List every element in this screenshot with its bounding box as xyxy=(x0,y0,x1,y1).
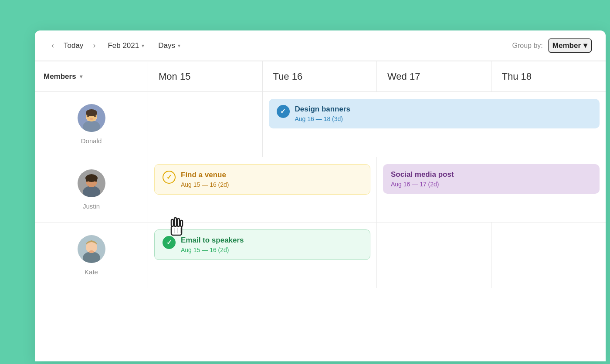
members-column-header[interactable]: Members ▾ xyxy=(35,61,148,92)
member-name-donald: Donald xyxy=(81,137,102,145)
svg-rect-13 xyxy=(86,180,88,182)
group-by-value-label: Member xyxy=(552,41,581,50)
svg-rect-6 xyxy=(87,115,89,117)
justin-wed17-thu18-cell: Social media post Aug 16 — 17 (2d) xyxy=(377,157,606,222)
donald-tue16-thu18-cell: ✓ Design banners Aug 16 — 18 (3d) xyxy=(263,92,606,157)
task-find-venue-title: Find a venue xyxy=(181,171,229,179)
group-by-dropdown[interactable]: Member ▾ xyxy=(548,38,592,53)
task-find-venue-date: Aug 15 — 16 (2d) xyxy=(181,181,229,188)
nav-controls: ‹ Today › xyxy=(49,39,98,52)
calendar-grid: Members ▾ Mon 15 Tue 16 Wed 17 Thu 18 xyxy=(35,61,606,288)
task-email-speakers-title: Email to speakers xyxy=(181,236,244,245)
member-name-justin: Justin xyxy=(83,202,100,210)
svg-point-5 xyxy=(86,109,97,116)
member-name-kate: Kate xyxy=(85,268,98,276)
task-find-venue[interactable]: ✓ Find a venue Aug 15 — 16 (2d) xyxy=(154,164,370,195)
kate-wed17-cell xyxy=(377,222,491,288)
task-email-speakers-date: Aug 15 — 16 (2d) xyxy=(181,246,244,253)
task-social-media-title: Social media post xyxy=(391,170,592,179)
month-label: Feb 2021 xyxy=(108,41,139,50)
justin-mon15-tue16-cell: ✓ Find a venue Aug 15 — 16 (2d) xyxy=(148,157,377,222)
kate-thu18-cell xyxy=(491,222,606,288)
svg-point-8 xyxy=(90,118,93,120)
prev-button[interactable]: ‹ xyxy=(49,39,57,52)
days-dropdown[interactable]: Days ▾ xyxy=(154,40,185,52)
task-design-banners[interactable]: ✓ Design banners Aug 16 — 18 (3d) xyxy=(269,99,600,128)
day-header-thu18: Thu 18 xyxy=(491,61,606,92)
calendar-container: ‹ Today › Feb 2021 ▾ Days ▾ Group by: Me… xyxy=(35,30,606,361)
task-social-media-post[interactable]: Social media post Aug 16 — 17 (2d) xyxy=(383,164,600,194)
day-header-tue16: Tue 16 xyxy=(263,61,377,92)
today-button[interactable]: Today xyxy=(60,40,87,52)
days-label: Days xyxy=(158,41,175,50)
days-dropdown-arrow: ▾ xyxy=(178,43,180,49)
task-email-speakers-content: Email to speakers Aug 15 — 16 (2d) xyxy=(181,236,244,253)
avatar-kate xyxy=(78,235,105,263)
group-by-label: Group by: xyxy=(512,42,543,50)
member-cell-donald: Donald xyxy=(35,92,148,157)
svg-rect-14 xyxy=(95,180,97,182)
calendar-header: ‹ Today › Feb 2021 ▾ Days ▾ Group by: Me… xyxy=(35,30,606,61)
members-label: Members xyxy=(44,72,76,81)
avatar-donald xyxy=(78,104,105,132)
svg-rect-7 xyxy=(94,115,96,117)
avatar-justin xyxy=(78,169,105,197)
donald-mon15-cell xyxy=(148,92,263,157)
day-header-mon15: Mon 15 xyxy=(148,61,263,92)
kate-mon15-tue16-cell: ✓ Email to speakers Aug 15 — 16 (2d) xyxy=(148,222,377,288)
task-email-speakers-icon: ✓ xyxy=(163,236,176,249)
members-dropdown-arrow: ▾ xyxy=(80,74,82,80)
task-design-banners-date: Aug 16 — 18 (3d) xyxy=(295,115,351,122)
svg-point-26 xyxy=(89,250,94,253)
member-cell-justin: Justin xyxy=(35,157,148,222)
month-dropdown[interactable]: Feb 2021 ▾ xyxy=(103,40,149,52)
task-find-venue-icon: ✓ xyxy=(163,171,176,184)
member-cell-kate: Kate xyxy=(35,222,148,288)
task-design-banners-icon: ✓ xyxy=(277,105,290,118)
day-header-wed17: Wed 17 xyxy=(377,61,491,92)
group-by-arrow: ▾ xyxy=(583,41,587,50)
next-button[interactable]: › xyxy=(90,39,98,52)
task-design-banners-content: Design banners Aug 16 — 18 (3d) xyxy=(295,105,351,122)
task-find-venue-content: Find a venue Aug 15 — 16 (2d) xyxy=(181,171,229,188)
month-dropdown-arrow: ▾ xyxy=(142,43,144,49)
task-social-media-date: Aug 16 — 17 (2d) xyxy=(391,181,592,188)
task-design-banners-title: Design banners xyxy=(295,105,351,114)
task-email-speakers[interactable]: ✓ Email to speakers Aug 15 — 16 (2d) xyxy=(154,229,370,260)
